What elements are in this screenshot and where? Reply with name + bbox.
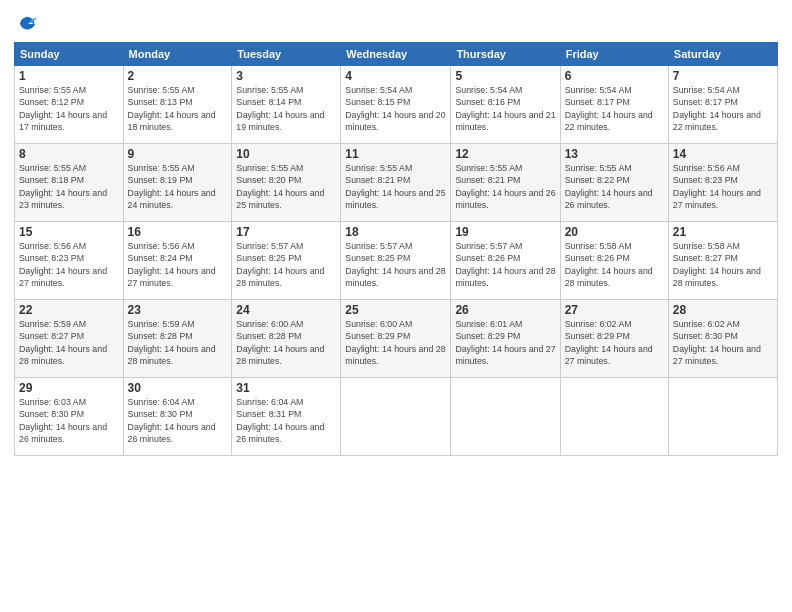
day-info: Sunrise: 6:04 AMSunset: 8:31 PMDaylight:… — [236, 397, 324, 444]
day-info: Sunrise: 5:58 AMSunset: 8:27 PMDaylight:… — [673, 241, 761, 288]
calendar-cell: 28 Sunrise: 6:02 AMSunset: 8:30 PMDaylig… — [668, 300, 777, 378]
day-number: 6 — [565, 69, 664, 83]
day-info: Sunrise: 5:55 AMSunset: 8:19 PMDaylight:… — [128, 163, 216, 210]
calendar-header-sunday: Sunday — [15, 43, 124, 66]
calendar-cell: 24 Sunrise: 6:00 AMSunset: 8:28 PMDaylig… — [232, 300, 341, 378]
day-number: 15 — [19, 225, 119, 239]
day-number: 12 — [455, 147, 555, 161]
calendar-cell: 5 Sunrise: 5:54 AMSunset: 8:16 PMDayligh… — [451, 66, 560, 144]
calendar-cell: 23 Sunrise: 5:59 AMSunset: 8:28 PMDaylig… — [123, 300, 232, 378]
day-info: Sunrise: 5:55 AMSunset: 8:14 PMDaylight:… — [236, 85, 324, 132]
day-number: 30 — [128, 381, 228, 395]
day-info: Sunrise: 6:02 AMSunset: 8:29 PMDaylight:… — [565, 319, 653, 366]
day-number: 10 — [236, 147, 336, 161]
calendar-cell: 22 Sunrise: 5:59 AMSunset: 8:27 PMDaylig… — [15, 300, 124, 378]
day-info: Sunrise: 5:59 AMSunset: 8:28 PMDaylight:… — [128, 319, 216, 366]
day-info: Sunrise: 5:55 AMSunset: 8:21 PMDaylight:… — [345, 163, 445, 210]
day-number: 11 — [345, 147, 446, 161]
logo-bird-icon — [16, 14, 38, 36]
calendar-cell — [560, 378, 668, 456]
day-number: 7 — [673, 69, 773, 83]
day-info: Sunrise: 5:54 AMSunset: 8:17 PMDaylight:… — [565, 85, 653, 132]
calendar-header-monday: Monday — [123, 43, 232, 66]
day-info: Sunrise: 5:57 AMSunset: 8:26 PMDaylight:… — [455, 241, 555, 288]
calendar-cell: 14 Sunrise: 5:56 AMSunset: 8:23 PMDaylig… — [668, 144, 777, 222]
calendar-cell: 11 Sunrise: 5:55 AMSunset: 8:21 PMDaylig… — [341, 144, 451, 222]
day-number: 5 — [455, 69, 555, 83]
day-number: 4 — [345, 69, 446, 83]
calendar-cell: 13 Sunrise: 5:55 AMSunset: 8:22 PMDaylig… — [560, 144, 668, 222]
calendar-cell: 27 Sunrise: 6:02 AMSunset: 8:29 PMDaylig… — [560, 300, 668, 378]
day-info: Sunrise: 6:02 AMSunset: 8:30 PMDaylight:… — [673, 319, 761, 366]
day-number: 9 — [128, 147, 228, 161]
calendar-cell: 3 Sunrise: 5:55 AMSunset: 8:14 PMDayligh… — [232, 66, 341, 144]
calendar-week-row: 22 Sunrise: 5:59 AMSunset: 8:27 PMDaylig… — [15, 300, 778, 378]
day-info: Sunrise: 5:57 AMSunset: 8:25 PMDaylight:… — [236, 241, 324, 288]
calendar-cell: 21 Sunrise: 5:58 AMSunset: 8:27 PMDaylig… — [668, 222, 777, 300]
calendar-cell: 8 Sunrise: 5:55 AMSunset: 8:18 PMDayligh… — [15, 144, 124, 222]
day-info: Sunrise: 5:55 AMSunset: 8:12 PMDaylight:… — [19, 85, 107, 132]
calendar-cell — [668, 378, 777, 456]
day-number: 8 — [19, 147, 119, 161]
calendar-header-wednesday: Wednesday — [341, 43, 451, 66]
day-info: Sunrise: 5:56 AMSunset: 8:23 PMDaylight:… — [19, 241, 107, 288]
calendar-cell: 16 Sunrise: 5:56 AMSunset: 8:24 PMDaylig… — [123, 222, 232, 300]
calendar-cell — [451, 378, 560, 456]
calendar-cell: 18 Sunrise: 5:57 AMSunset: 8:25 PMDaylig… — [341, 222, 451, 300]
calendar-table: SundayMondayTuesdayWednesdayThursdayFrid… — [14, 42, 778, 456]
day-number: 1 — [19, 69, 119, 83]
calendar-cell: 9 Sunrise: 5:55 AMSunset: 8:19 PMDayligh… — [123, 144, 232, 222]
day-number: 22 — [19, 303, 119, 317]
calendar-header-tuesday: Tuesday — [232, 43, 341, 66]
calendar-cell: 15 Sunrise: 5:56 AMSunset: 8:23 PMDaylig… — [15, 222, 124, 300]
day-info: Sunrise: 6:01 AMSunset: 8:29 PMDaylight:… — [455, 319, 555, 366]
day-info: Sunrise: 5:55 AMSunset: 8:13 PMDaylight:… — [128, 85, 216, 132]
calendar-cell: 25 Sunrise: 6:00 AMSunset: 8:29 PMDaylig… — [341, 300, 451, 378]
day-number: 13 — [565, 147, 664, 161]
day-info: Sunrise: 5:54 AMSunset: 8:16 PMDaylight:… — [455, 85, 555, 132]
day-number: 21 — [673, 225, 773, 239]
day-info: Sunrise: 6:04 AMSunset: 8:30 PMDaylight:… — [128, 397, 216, 444]
calendar-header-row: SundayMondayTuesdayWednesdayThursdayFrid… — [15, 43, 778, 66]
calendar-cell: 12 Sunrise: 5:55 AMSunset: 8:21 PMDaylig… — [451, 144, 560, 222]
calendar-cell: 29 Sunrise: 6:03 AMSunset: 8:30 PMDaylig… — [15, 378, 124, 456]
day-number: 17 — [236, 225, 336, 239]
day-info: Sunrise: 5:55 AMSunset: 8:22 PMDaylight:… — [565, 163, 653, 210]
day-number: 2 — [128, 69, 228, 83]
day-number: 28 — [673, 303, 773, 317]
day-number: 29 — [19, 381, 119, 395]
day-number: 25 — [345, 303, 446, 317]
day-number: 20 — [565, 225, 664, 239]
day-info: Sunrise: 6:00 AMSunset: 8:28 PMDaylight:… — [236, 319, 324, 366]
day-info: Sunrise: 5:54 AMSunset: 8:17 PMDaylight:… — [673, 85, 761, 132]
calendar-cell: 2 Sunrise: 5:55 AMSunset: 8:13 PMDayligh… — [123, 66, 232, 144]
day-info: Sunrise: 5:57 AMSunset: 8:25 PMDaylight:… — [345, 241, 445, 288]
day-number: 27 — [565, 303, 664, 317]
day-info: Sunrise: 5:55 AMSunset: 8:18 PMDaylight:… — [19, 163, 107, 210]
day-info: Sunrise: 6:03 AMSunset: 8:30 PMDaylight:… — [19, 397, 107, 444]
calendar-cell: 17 Sunrise: 5:57 AMSunset: 8:25 PMDaylig… — [232, 222, 341, 300]
day-info: Sunrise: 5:56 AMSunset: 8:23 PMDaylight:… — [673, 163, 761, 210]
day-info: Sunrise: 5:54 AMSunset: 8:15 PMDaylight:… — [345, 85, 445, 132]
calendar-cell — [341, 378, 451, 456]
day-number: 23 — [128, 303, 228, 317]
day-number: 18 — [345, 225, 446, 239]
day-info: Sunrise: 5:56 AMSunset: 8:24 PMDaylight:… — [128, 241, 216, 288]
calendar-cell: 19 Sunrise: 5:57 AMSunset: 8:26 PMDaylig… — [451, 222, 560, 300]
calendar-header-saturday: Saturday — [668, 43, 777, 66]
calendar-cell: 6 Sunrise: 5:54 AMSunset: 8:17 PMDayligh… — [560, 66, 668, 144]
day-number: 14 — [673, 147, 773, 161]
day-number: 16 — [128, 225, 228, 239]
day-number: 24 — [236, 303, 336, 317]
calendar-week-row: 1 Sunrise: 5:55 AMSunset: 8:12 PMDayligh… — [15, 66, 778, 144]
calendar-cell: 4 Sunrise: 5:54 AMSunset: 8:15 PMDayligh… — [341, 66, 451, 144]
calendar-cell: 1 Sunrise: 5:55 AMSunset: 8:12 PMDayligh… — [15, 66, 124, 144]
day-info: Sunrise: 6:00 AMSunset: 8:29 PMDaylight:… — [345, 319, 445, 366]
calendar-header-friday: Friday — [560, 43, 668, 66]
day-number: 31 — [236, 381, 336, 395]
calendar-week-row: 15 Sunrise: 5:56 AMSunset: 8:23 PMDaylig… — [15, 222, 778, 300]
day-number: 19 — [455, 225, 555, 239]
page: SundayMondayTuesdayWednesdayThursdayFrid… — [0, 0, 792, 466]
calendar-cell: 20 Sunrise: 5:58 AMSunset: 8:26 PMDaylig… — [560, 222, 668, 300]
day-info: Sunrise: 5:55 AMSunset: 8:20 PMDaylight:… — [236, 163, 324, 210]
